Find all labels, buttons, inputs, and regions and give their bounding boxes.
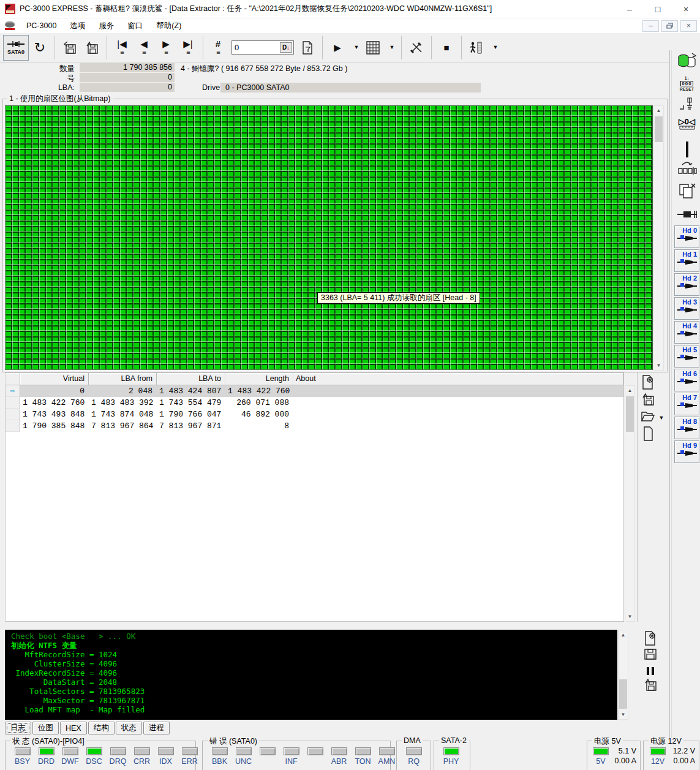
menu-window[interactable]: 窗口 — [121, 21, 149, 31]
head-button-hd2[interactable]: Hd 2 — [674, 273, 699, 296]
table-row[interactable]: 1 790 385 848 7 813 967 864 7 813 967 87… — [6, 420, 623, 432]
led-crr: CRR — [130, 747, 154, 766]
head-button-hd4[interactable]: Hd 4 — [674, 321, 699, 344]
pause-reading-button[interactable] — [676, 140, 698, 159]
log-line: ClusterSize = 4096 — [11, 659, 617, 668]
refresh-task-button[interactable]: ↻ — [29, 35, 51, 61]
console-scrollbar-thumb[interactable] — [619, 679, 627, 709]
log-console[interactable]: Check boot <Base > ... OK 初始化 NTFS 变量 Mf… — [5, 630, 617, 720]
head-button-hd9[interactable]: Hd 9 — [674, 440, 699, 463]
head-button-hd1[interactable]: Hd 1 — [674, 249, 699, 272]
start-read-dropdown[interactable]: ▼ — [348, 35, 362, 61]
column-about[interactable]: About — [293, 373, 623, 385]
tab-process[interactable]: 进程 — [143, 722, 170, 734]
tools-icon — [410, 42, 423, 54]
column-virtual[interactable]: Virtual▲ — [20, 373, 89, 385]
tab-bitmap[interactable]: 位图 — [32, 722, 59, 734]
goto-object-button[interactable] — [296, 35, 318, 61]
delete-pages-button[interactable] — [676, 181, 698, 201]
mdi-close-button[interactable]: × — [680, 20, 697, 32]
sata0-port-button[interactable]: SATA0 — [3, 35, 29, 61]
menu-help[interactable]: 帮助(Z) — [149, 21, 188, 31]
head-button-hd0[interactable]: Hd 0 — [674, 225, 699, 248]
console-scrollbar[interactable]: ▲ ▼ — [618, 630, 628, 720]
build-map-button[interactable] — [362, 35, 384, 61]
head-button-hd8[interactable]: Hd 8 — [674, 417, 699, 439]
led-drd: DRD — [34, 747, 58, 766]
go-prev-sector-button[interactable]: ◀ ≡ — [133, 35, 155, 61]
menu-options[interactable]: 选项 — [63, 21, 92, 31]
sector-number-input[interactable]: 0 D↓ — [231, 40, 294, 55]
sector-counter-button[interactable]: ▷0◁ — [676, 114, 698, 134]
stop-button[interactable]: ■ — [435, 35, 457, 61]
start-read-button[interactable]: ▶ — [326, 35, 348, 61]
current-12v: 0.00 A — [673, 756, 695, 766]
map-open-dropdown[interactable]: ▼ — [655, 410, 665, 426]
table-row[interactable]: ⇨ 0 2 048 1 483 424 807 1 483 422 760 — [6, 385, 623, 397]
scroll-up-icon[interactable]: ▲ — [654, 106, 663, 115]
maximize-button[interactable]: □ — [644, 0, 672, 18]
copy-drive-button[interactable] — [676, 51, 698, 71]
column-lba-to[interactable]: LBA to — [157, 373, 225, 385]
close-button[interactable]: × — [672, 0, 700, 18]
table-row[interactable]: 1 743 493 848 1 743 874 048 1 790 766 04… — [6, 409, 623, 420]
head-button-hd5[interactable]: Hd 5 — [674, 345, 699, 368]
menu-pc3000[interactable]: PC-3000 — [20, 21, 63, 30]
log-new-button[interactable] — [642, 630, 659, 646]
log-line: DataStart = 2048 — [11, 678, 617, 687]
scroll-down-icon[interactable]: ▼ — [654, 361, 663, 370]
tools-settings-button[interactable] — [405, 35, 427, 61]
blank-page-icon — [642, 426, 653, 441]
tab-structure[interactable]: 结构 — [88, 722, 115, 734]
run-mode-dropdown[interactable]: ▼ — [487, 35, 501, 61]
menu-service[interactable]: 服务 — [92, 21, 121, 31]
bitmap-scrollbar[interactable]: ▲ ▼ — [653, 105, 664, 371]
log-save-button[interactable] — [642, 646, 659, 662]
save-restore-button[interactable] — [59, 35, 81, 61]
column-length[interactable]: Length — [225, 373, 293, 385]
head-connector-button[interactable] — [676, 205, 698, 224]
mdi-restore-button[interactable] — [661, 20, 678, 32]
map-new-button[interactable] — [639, 374, 657, 390]
tab-hex[interactable]: HEX — [60, 722, 87, 734]
table-scrollbar-thumb[interactable] — [626, 396, 634, 432]
bitmap-scrollbar-thumb[interactable] — [655, 116, 663, 142]
sector-bitmap-grid[interactable] — [5, 105, 653, 370]
go-last-sector-button[interactable]: ▶| ≡ — [177, 35, 199, 61]
number-value: 0 — [80, 73, 175, 82]
pc3000-logo-icon — [5, 21, 16, 30]
map-save-as-button[interactable] — [639, 391, 657, 407]
map-open-button[interactable] — [639, 409, 657, 425]
scroll-up-icon[interactable]: ▲ — [625, 386, 634, 395]
mdi-window-controls: – × — [642, 20, 697, 32]
reset-counter-button[interactable]: 1↓ 000 RESET — [676, 74, 698, 93]
go-next-sector-button[interactable]: ▶ ≡ — [155, 35, 177, 61]
goto-sector-number-button[interactable]: # ≡ — [207, 35, 229, 61]
skip-sectors-button[interactable] — [676, 159, 698, 179]
log-line: 初始化 NTFS 变量 — [11, 641, 617, 650]
tab-log[interactable]: 日志 — [5, 722, 31, 734]
head-button-hd6[interactable]: Hd 6 — [674, 369, 699, 391]
cell-virtual: 0 — [20, 387, 89, 396]
map-clear-button[interactable] — [639, 426, 657, 442]
minimize-button[interactable]: – — [615, 0, 644, 18]
table-row[interactable]: 1 483 422 760 1 483 483 392 1 743 554 47… — [6, 397, 623, 409]
head-button-hd3[interactable]: Hd 3 — [674, 297, 699, 320]
table-scrollbar[interactable]: ▲ ▼ — [625, 385, 635, 622]
decimal-toggle-button[interactable]: D↓ — [280, 42, 292, 53]
power-5v-group: 电源 5V 5V 5.1 V 0.00 A — [587, 741, 641, 770]
run-mode-button[interactable] — [465, 35, 487, 61]
head-button-hd7[interactable]: Hd 7 — [674, 393, 699, 415]
scroll-down-icon[interactable]: ▼ — [619, 710, 628, 719]
tab-status[interactable]: 状态 — [116, 722, 142, 734]
save-task-button[interactable] — [81, 35, 103, 61]
scroll-up-icon[interactable]: ▲ — [619, 630, 628, 640]
log-save-as-button[interactable] — [642, 677, 659, 693]
column-lba-from[interactable]: LBA from — [89, 373, 157, 385]
mdi-minimize-button[interactable]: – — [642, 20, 659, 32]
power-test-button[interactable] — [676, 94, 698, 114]
next-icon: ▶ — [162, 39, 170, 48]
build-map-dropdown[interactable]: ▼ — [384, 35, 397, 61]
scroll-down-icon[interactable]: ▼ — [625, 612, 634, 621]
go-first-sector-button[interactable]: |◀ ≡ — [111, 35, 133, 61]
